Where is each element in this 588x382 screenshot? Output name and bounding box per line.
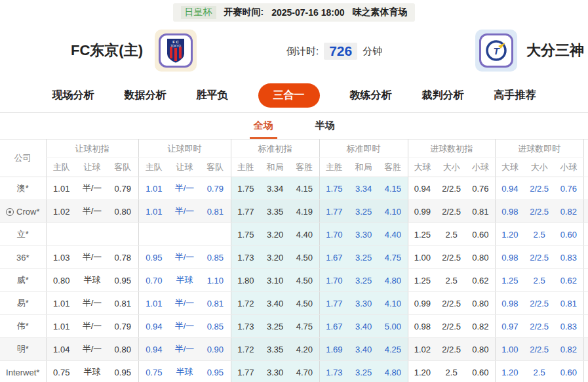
- odds-cell: 3.25: [260, 315, 290, 338]
- clipped-cell: [583, 177, 588, 200]
- odds-cell: 0.82: [466, 315, 495, 338]
- odds-cell: 1.73: [319, 361, 349, 382]
- odds-cell: 4.50: [290, 292, 319, 315]
- odds-cell: 半/一: [169, 200, 200, 223]
- home-team: FC东京(主) F C TOKYO: [71, 30, 197, 72]
- odds-cell: 1.75: [231, 223, 260, 246]
- odds-cell: 0.94: [495, 177, 524, 200]
- group-header-3: 标准初指: [231, 140, 319, 158]
- nav-tab-1[interactable]: 现场分析: [52, 89, 94, 102]
- odds-cell: 0.83: [554, 246, 583, 269]
- odds-cell: 0.80: [46, 269, 77, 292]
- odds-cell: 4.40: [378, 223, 408, 246]
- sub-header: 大小: [524, 158, 554, 177]
- odds-cell: 3.35: [260, 200, 290, 223]
- odds-cell: 0.81: [200, 292, 231, 315]
- odds-cell: 0.81: [466, 200, 495, 223]
- odds-cell: 0.94: [408, 177, 437, 200]
- odds-cell: 0.99: [408, 200, 437, 223]
- sub-header: 客队: [108, 158, 138, 177]
- odds-cell: 半/一: [169, 338, 200, 361]
- odds-cell: 0.95: [108, 269, 138, 292]
- odds-row: 36*1.03半/一0.780.95半/一0.851.733.204.501.6…: [0, 246, 588, 269]
- odds-cell: 0.78: [108, 246, 138, 269]
- odds-cell: 1.04: [46, 338, 77, 361]
- away-team: T 大分三神: [475, 30, 584, 72]
- odds-cell: 0.76: [554, 177, 583, 200]
- odds-cell: 1.20: [495, 223, 524, 246]
- odds-row: 明*1.04半/一0.800.94半/一0.901.723.354.201.69…: [0, 338, 588, 361]
- nav-tab-6[interactable]: 裁判分析: [422, 89, 464, 102]
- sub-header: 主队: [46, 158, 77, 177]
- clipped-cell: [583, 315, 588, 338]
- odds-cell: 半/一: [77, 338, 108, 361]
- odds-cell: 0.94: [138, 338, 169, 361]
- odds-cell: 1.69: [319, 338, 349, 361]
- odds-cell: 0.98: [495, 246, 524, 269]
- sub-header: 客胜: [378, 158, 408, 177]
- odds-cell: 0.95: [138, 246, 169, 269]
- group-header-5: 进球数初指: [408, 140, 495, 158]
- soccer-ball-icon: [6, 208, 14, 216]
- kickoff-label: 开赛时间:: [224, 7, 264, 18]
- odds-cell: 2/2.5: [437, 200, 466, 223]
- odds-cell: 1.03: [46, 246, 77, 269]
- odds-cell: 4.20: [290, 338, 319, 361]
- odds-cell: [108, 223, 138, 246]
- odds-cell: 1.75: [231, 177, 260, 200]
- odds-cell: 2.5: [437, 223, 466, 246]
- odds-cell: 1.01: [46, 315, 77, 338]
- nav-tab-2[interactable]: 数据分析: [125, 89, 167, 102]
- kickoff-time: 2025-07-16 18:00: [271, 7, 344, 18]
- subtab-2[interactable]: 半场: [311, 113, 339, 139]
- company-name: 伟*: [0, 315, 46, 338]
- odds-cell: 4.75: [290, 315, 319, 338]
- odds-row: 伟*1.01半/一0.790.94半/一0.851.733.254.751.67…: [0, 315, 588, 338]
- odds-cell: 3.34: [260, 177, 290, 200]
- odds-cell: 1.67: [319, 315, 349, 338]
- odds-cell: 4.50: [290, 246, 319, 269]
- odds-cell: 3.30: [349, 223, 378, 246]
- odds-cell: 1.72: [231, 292, 260, 315]
- odds-cell: 0.98: [408, 315, 437, 338]
- odds-cell: 半球: [169, 269, 200, 292]
- nav-tab-3[interactable]: 胜平负: [197, 89, 228, 102]
- nav-tab-4[interactable]: 三合一: [258, 83, 320, 108]
- odds-cell: 0.82: [554, 200, 583, 223]
- odds-table-body: 澳*1.01半/一0.791.01半/一0.791.753.344.151.75…: [0, 177, 588, 382]
- odds-cell: 0.83: [554, 315, 583, 338]
- odds-cell: 4.15: [290, 177, 319, 200]
- odds-cell: 4.80: [378, 361, 408, 382]
- clipped-cell: [583, 200, 588, 223]
- odds-cell: 3.40: [349, 338, 378, 361]
- odds-cell: 0.79: [108, 177, 138, 200]
- sub-header: 让球: [77, 158, 108, 177]
- odds-cell: 0.98: [495, 200, 524, 223]
- sub-header: 和局: [260, 158, 290, 177]
- odds-cell: 半/一: [169, 246, 200, 269]
- odds-cell: 1.73: [231, 246, 260, 269]
- odds-cell: 半/一: [77, 177, 108, 200]
- sub-header: 主胜: [319, 158, 349, 177]
- nav-tab-7[interactable]: 高手推荐: [494, 89, 536, 102]
- odds-cell: 0.85: [200, 246, 231, 269]
- odds-cell: 3.20: [260, 223, 290, 246]
- odds-row: 澳*1.01半/一0.791.01半/一0.791.753.344.151.75…: [0, 177, 588, 200]
- sub-header: 让球: [169, 158, 200, 177]
- period-subtabs: 全场半场: [0, 112, 588, 139]
- odds-cell: 0.95: [108, 361, 138, 382]
- odds-cell: 0.95: [200, 361, 231, 382]
- odds-cell: 0.60: [466, 223, 495, 246]
- subtab-1[interactable]: 全场: [250, 113, 277, 139]
- sub-header: 客队: [200, 158, 231, 177]
- odds-cell: 2.5: [437, 269, 466, 292]
- odds-cell: 2/2.5: [437, 246, 466, 269]
- odds-cell: 0.60: [554, 223, 583, 246]
- sub-header: 小球: [466, 158, 495, 177]
- odds-cell: 2/2.5: [437, 177, 466, 200]
- nav-tab-5[interactable]: 教练分析: [350, 89, 392, 102]
- odds-row: 易*1.01半/一0.811.01半/一0.811.723.404.501.77…: [0, 292, 588, 315]
- odds-row: Interwet*0.75半球0.950.75半球0.951.773.304.7…: [0, 361, 588, 382]
- countdown-unit: 分钟: [363, 45, 382, 58]
- company-name: 36*: [0, 246, 46, 269]
